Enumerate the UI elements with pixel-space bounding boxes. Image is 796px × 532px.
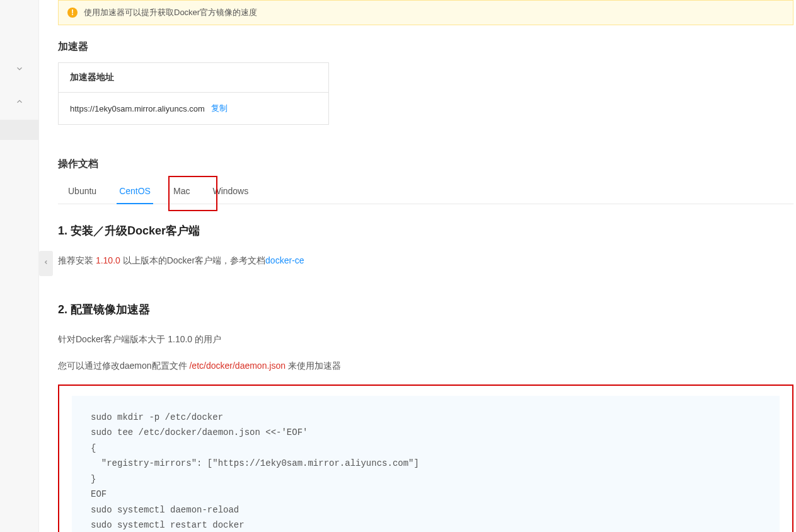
step2-line2-suffix: 来使用加速器 — [286, 361, 341, 371]
accelerator-url: https://1eky0sam.mirror.aliyuncs.com — [70, 104, 205, 113]
step2-heading: 2. 配置镜像加速器 — [58, 302, 793, 317]
step1-desc-prefix: 推荐安装 — [58, 255, 96, 265]
accelerator-address-card: 加速器地址 https://1eky0sam.mirror.aliyuncs.c… — [58, 62, 329, 125]
info-alert: ! 使用加速器可以提升获取Docker官方镜像的速度 — [58, 0, 793, 25]
sidebar-active-item[interactable] — [0, 120, 38, 140]
step1-version: 1.10.0 — [96, 255, 120, 265]
step1-desc: 推荐安装 1.10.0 以上版本的Docker客户端，参考文档docker-ce — [58, 252, 793, 269]
sidebar — [0, 0, 39, 532]
step2-line2-prefix: 您可以通过修改daemon配置文件 — [58, 361, 189, 371]
os-tabs: Ubuntu CentOS Mac Windows — [58, 180, 793, 204]
accelerator-address-label: 加速器地址 — [59, 63, 328, 93]
docs-section-title: 操作文档 — [58, 158, 793, 171]
config-file-path: /etc/docker/daemon.json — [189, 361, 286, 371]
chevron-down-icon[interactable] — [0, 64, 38, 76]
accelerator-section-title: 加速器 — [58, 40, 793, 54]
tab-mac[interactable]: Mac — [171, 180, 192, 204]
alert-message: 使用加速器可以提升获取Docker官方镜像的速度 — [84, 7, 257, 18]
warning-icon: ! — [67, 8, 78, 18]
code-block[interactable]: sudo mkdir -p /etc/docker sudo tee /etc/… — [72, 396, 780, 532]
tab-windows[interactable]: Windows — [210, 180, 251, 204]
step1-heading: 1. 安装／升级Docker客户端 — [58, 223, 793, 238]
tab-ubuntu[interactable]: Ubuntu — [66, 180, 99, 204]
chevron-up-icon[interactable] — [0, 97, 38, 108]
tab-centos[interactable]: CentOS — [117, 180, 153, 204]
docker-ce-link[interactable]: docker-ce — [265, 255, 304, 265]
copy-button[interactable]: 复制 — [211, 103, 228, 114]
collapse-sidebar-button[interactable] — [39, 251, 53, 276]
step1-desc-mid: 以上版本的Docker客户端，参考文档 — [120, 255, 265, 265]
step2-line1: 针对Docker客户端版本大于 1.10.0 的用户 — [58, 331, 793, 348]
highlight-frame-code: sudo mkdir -p /etc/docker sudo tee /etc/… — [58, 385, 793, 532]
step2-line2: 您可以通过修改daemon配置文件 /etc/docker/daemon.jso… — [58, 357, 793, 374]
